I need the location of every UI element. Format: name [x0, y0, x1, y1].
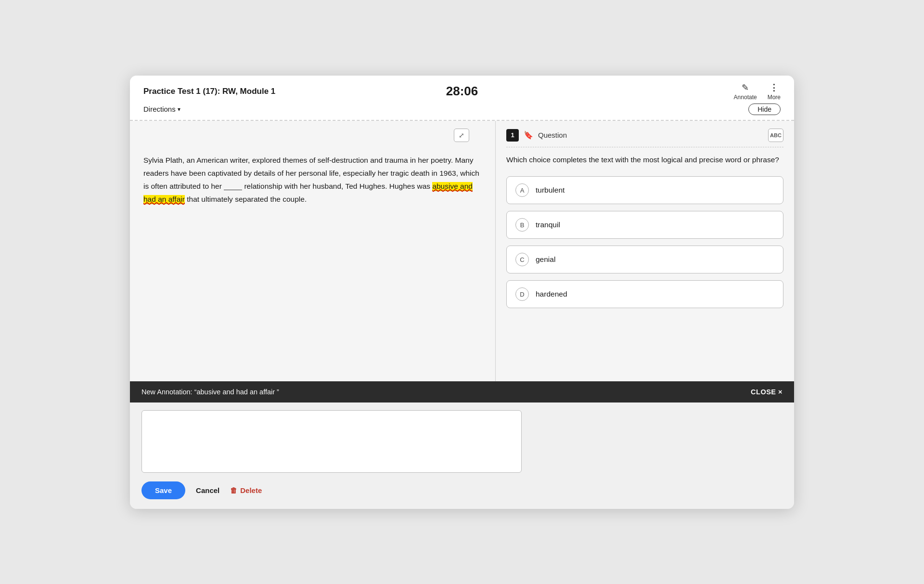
directions-label: Directions: [143, 105, 176, 113]
annotate-label: Annotate: [734, 94, 757, 101]
option-text-a: turbulent: [536, 186, 565, 195]
more-dots-icon: ⋮: [770, 82, 778, 93]
answer-option-b[interactable]: B tranquil: [506, 211, 783, 239]
passage-text-after: that ultimately separated the couple.: [185, 195, 307, 203]
annotation-editor: Save Cancel 🗑 Delete: [130, 402, 794, 509]
annotation-bar-text: New Annotation: “abusive and had an affa…: [141, 388, 279, 396]
delete-label: Delete: [240, 486, 262, 494]
answer-option-d[interactable]: D hardened: [506, 280, 783, 308]
option-letter-a: A: [515, 183, 529, 197]
answer-options: A turbulent B tranquil C genial D harden…: [506, 176, 783, 308]
option-letter-b: B: [515, 218, 529, 232]
option-text-d: hardened: [536, 290, 567, 298]
passage-blank: [224, 190, 242, 190]
save-button[interactable]: Save: [141, 481, 185, 499]
option-letter-c: C: [515, 253, 529, 266]
hide-button[interactable]: Hide: [748, 104, 781, 115]
option-text-b: tranquil: [536, 221, 560, 229]
annotation-actions: Save Cancel 🗑 Delete: [141, 481, 783, 499]
option-text-c: genial: [536, 255, 555, 264]
page-title: Practice Test 1 (17): RW, Module 1: [143, 87, 275, 96]
answer-option-c[interactable]: C genial: [506, 246, 783, 273]
question-text: Which choice completes the text with the…: [506, 154, 783, 166]
header-top: Practice Test 1 (17): RW, Module 1 28:06…: [143, 82, 781, 101]
close-annotation-button[interactable]: CLOSE ×: [751, 388, 783, 396]
chevron-down-icon: ▾: [178, 106, 180, 113]
abc-icon-button[interactable]: ABC: [768, 129, 783, 142]
pencil-icon: ✎: [742, 82, 749, 93]
answer-option-a[interactable]: A turbulent: [506, 176, 783, 204]
question-label: Question: [538, 131, 763, 139]
more-label: More: [768, 94, 781, 101]
question-number-badge: 1: [506, 129, 519, 142]
timer-display: 28:06: [446, 84, 478, 99]
annotation-textarea[interactable]: [141, 410, 522, 473]
option-letter-d: D: [515, 287, 529, 301]
more-button[interactable]: ⋮ More: [768, 82, 781, 101]
bookmark-icon[interactable]: 🔖: [524, 130, 533, 140]
right-panel: 1 🔖 Question ABC Which choice completes …: [496, 121, 794, 381]
expand-left-icon: ⤢: [459, 131, 464, 139]
left-panel: ⤢ Sylvia Plath, an American writer, expl…: [130, 121, 496, 381]
annotate-button[interactable]: ✎ Annotate: [734, 82, 757, 101]
delete-button[interactable]: 🗑 Delete: [230, 486, 262, 494]
passage-text: Sylvia Plath, an American writer, explor…: [143, 154, 482, 206]
directions-button[interactable]: Directions ▾: [143, 105, 180, 113]
expand-left-button[interactable]: ⤢: [454, 129, 469, 142]
annotation-bar: New Annotation: “abusive and had an affa…: [130, 381, 794, 402]
main-content: ⤢ Sylvia Plath, an American writer, expl…: [130, 121, 794, 381]
header-bottom: Directions ▾ Hide: [143, 104, 781, 120]
header-actions: ✎ Annotate ⋮ More: [734, 82, 781, 101]
trash-icon: 🗑: [230, 486, 237, 494]
passage-text-between: relationship with her husband, Ted Hughe…: [242, 182, 432, 190]
cancel-button[interactable]: Cancel: [196, 486, 219, 494]
abc-icon-symbol: ABC: [770, 132, 782, 138]
question-header: 1 🔖 Question ABC: [506, 129, 783, 147]
header: Practice Test 1 (17): RW, Module 1 28:06…: [130, 76, 794, 121]
app-window: Practice Test 1 (17): RW, Module 1 28:06…: [130, 76, 794, 509]
